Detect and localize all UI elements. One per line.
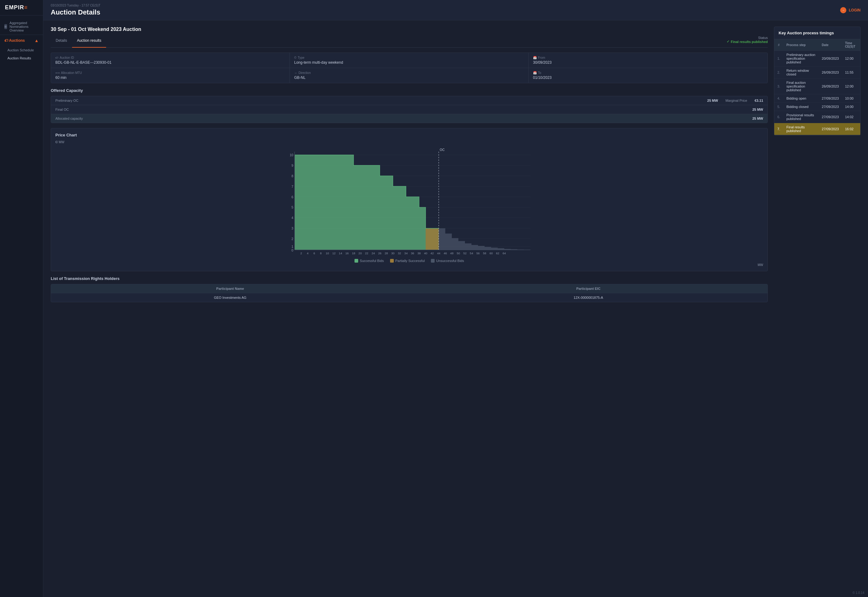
svg-text:54: 54 <box>470 251 473 255</box>
timing-time: 14:02 <box>842 111 860 123</box>
status-section: Status ✓ Final results published <box>727 36 768 44</box>
type-icon: © <box>294 56 296 59</box>
version-label: © 1.0.14 <box>853 591 864 594</box>
tr-header: Participant Name Participant EIC <box>51 284 767 293</box>
timing-num: 1. <box>774 51 783 67</box>
logo-text: EMPIR≡ <box>5 4 38 11</box>
timing-date: 20/09/2023 <box>819 51 842 67</box>
sidebar-item-aggregated[interactable]: ⊞ Aggregated Nominations Overview <box>0 19 43 35</box>
svg-text:3: 3 <box>291 226 293 230</box>
svg-text:34: 34 <box>404 251 408 255</box>
svg-text:2: 2 <box>291 237 293 241</box>
alloc-cap-value: 25 MW <box>752 117 763 120</box>
timing-step: Preliminary auction specification publis… <box>783 51 819 67</box>
chart-legend: Successful Bids Partially Successful Uns… <box>55 259 763 263</box>
timings-table: # Process step Date Time CE(S)T 1. Preli… <box>774 39 860 135</box>
header: 03/10/2023 Tuesday - 17:57 CE(S)T Auctio… <box>43 0 868 21</box>
timing-time: 11:55 <box>842 67 860 79</box>
chart-wrap: 10 9 8 7 6 5 4 3 2 1 0 <box>55 145 763 257</box>
marginal-price-value: €3.11 <box>754 99 763 102</box>
legend-unsuccessful: Unsuccessful Bids <box>431 259 464 263</box>
login-icon: → <box>840 7 846 13</box>
timings-row-4: 5. Bidding closed 27/09/2023 14:00 <box>774 103 860 111</box>
legend-successful: Successful Bids <box>355 259 384 263</box>
svg-text:4: 4 <box>307 251 309 255</box>
from-cell: 📅 From 30/09/2023 <box>529 53 767 68</box>
final-oc-label: Final OC <box>55 108 69 111</box>
mtu-icon: ⟺ <box>55 71 60 74</box>
svg-marker-21 <box>294 155 439 250</box>
calendar-to-icon: 📅 <box>533 71 537 74</box>
tr-row: GEO Investments AG 12X-0000001875-A <box>51 293 767 302</box>
timing-num: 6. <box>774 111 783 123</box>
status-label: Status <box>758 36 768 40</box>
timing-num: 5. <box>774 103 783 111</box>
marginal-price-label: Marginal Price <box>726 99 747 102</box>
timings-card: Key Auction process timings # Process st… <box>774 27 861 135</box>
sidebar: EMPIR≡ ⊞ Aggregated Nominations Overview… <box>0 0 43 597</box>
direction-cell: ↔ Direction GB-NL <box>290 68 529 83</box>
timing-date: 27/09/2023 <box>819 123 842 135</box>
timing-date: 27/09/2023 <box>819 103 842 111</box>
final-oc-value: 25 MW <box>752 108 763 111</box>
svg-text:60: 60 <box>490 251 493 255</box>
sidebar-aggregated-label: Aggregated Nominations Overview <box>10 21 39 32</box>
svg-text:26: 26 <box>378 251 381 255</box>
svg-text:8: 8 <box>320 251 321 255</box>
alloc-mtu-label: ⟺ Allocation MTU <box>55 71 285 74</box>
auction-id-cell: 🏷 Auction ID BDL-GB-NL-E-BASE---230930-0… <box>51 53 290 68</box>
svg-text:2: 2 <box>300 251 302 255</box>
direction-label: ↔ Direction <box>294 71 524 74</box>
page-title: Auction Details <box>51 8 101 16</box>
svg-text:10: 10 <box>326 251 329 255</box>
status-badge: ✓ Final results published <box>727 40 768 44</box>
login-button[interactable]: → LOGIN <box>840 7 861 13</box>
auctions-group: 🏷 Auctions ▲ Auction Schedule Auction Re… <box>0 35 43 62</box>
sidebar-item-auction-results[interactable]: Auction Results <box>0 54 43 62</box>
svg-text:52: 52 <box>463 251 467 255</box>
sidebar-item-auction-schedule[interactable]: Auction Schedule <box>0 46 43 54</box>
info-row-2: ⟺ Allocation MTU 60 min ↔ Direction GB-N… <box>51 68 767 83</box>
login-label: LOGIN <box>849 8 861 12</box>
svg-text:9: 9 <box>291 163 293 167</box>
svg-text:12: 12 <box>332 251 335 255</box>
svg-text:44: 44 <box>437 251 441 255</box>
svg-text:58: 58 <box>483 251 486 255</box>
tr-table: Participant Name Participant EIC GEO Inv… <box>51 284 768 302</box>
timing-num: 7. <box>774 123 783 135</box>
timings-row-6: 7. Final results published 27/09/2023 16… <box>774 123 860 135</box>
type-label: © Type <box>294 56 524 59</box>
timing-date: 26/09/2023 <box>819 79 842 94</box>
timings-row-2: 3. Final auction specification published… <box>774 79 860 94</box>
timing-time: 12:00 <box>842 51 860 67</box>
auction-icon: 🏷 <box>55 56 58 59</box>
to-value: 01/10/2023 <box>533 76 763 80</box>
price-chart-svg: 10 9 8 7 6 5 4 3 2 1 0 <box>55 145 763 257</box>
svg-text:32: 32 <box>398 251 401 255</box>
timings-row-1: 2. Return window closed 26/09/2023 11:55 <box>774 67 860 79</box>
timing-step: Return window closed <box>783 67 819 79</box>
tab-details[interactable]: Details <box>51 36 72 48</box>
timing-step: Final results published <box>783 123 819 135</box>
svg-text:46: 46 <box>444 251 447 255</box>
prelim-oc-label: Preliminary OC <box>55 99 79 102</box>
header-left: 03/10/2023 Tuesday - 17:57 CE(S)T Auctio… <box>51 4 101 16</box>
timing-time: 16:02 <box>842 123 860 135</box>
auctions-group-header[interactable]: 🏷 Auctions ▲ <box>0 35 43 46</box>
tab-auction-results[interactable]: Auction results <box>72 36 107 48</box>
content-side: Key Auction process timings # Process st… <box>774 27 861 591</box>
capacity-row-preliminary: Preliminary OC 25 MW Marginal Price €3.1… <box>51 96 767 105</box>
timing-step: Bidding closed <box>783 103 819 111</box>
capacity-row-final: Final OC 25 MW <box>51 105 767 114</box>
logo-accent: ≡ <box>24 4 28 10</box>
timings-row-5: 6. Provisional results published 27/09/2… <box>774 111 860 123</box>
type-cell: © Type Long-term multi-day weekend <box>290 53 529 68</box>
legend-color-unsuccessful <box>431 259 435 263</box>
svg-text:16: 16 <box>346 251 349 255</box>
alloc-mtu-cell: ⟺ Allocation MTU 60 min <box>51 68 290 83</box>
svg-text:0: 0 <box>291 248 293 252</box>
svg-text:40: 40 <box>424 251 427 255</box>
logo: EMPIR≡ <box>0 0 43 15</box>
grid-icon: ⊞ <box>4 24 7 29</box>
tr-cell-eic: 12X-0000001875-A <box>409 293 767 302</box>
